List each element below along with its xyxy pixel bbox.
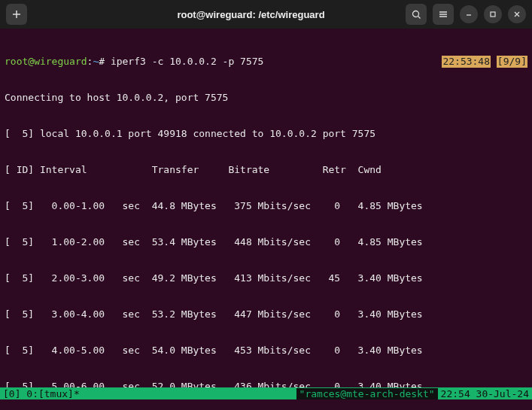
tmux-host: "ramces@mte-arch-deskt" bbox=[296, 388, 438, 399]
output-line: Connecting to host 10.0.0.2, port 7575 bbox=[5, 92, 228, 104]
window-title: root@wireguard: /etc/wireguard bbox=[102, 9, 400, 20]
table-row: [ 5] 0.00-1.00 sec 44.8 MBytes 375 Mbits… bbox=[5, 200, 423, 212]
pane-clock: 22:53:48 bbox=[442, 56, 491, 68]
prompt-user: root@wireguard bbox=[5, 56, 87, 68]
table-header: [ ID] Interval Transfer Bitrate Retr Cwn… bbox=[5, 164, 382, 176]
new-tab-button[interactable] bbox=[6, 4, 27, 25]
tmux-statusbar: [0] 0:[tmux]* "ramces@mte-arch-deskt" 22… bbox=[0, 387, 532, 399]
command-text: iperf3 -c 10.0.0.2 -p 7575 bbox=[111, 56, 264, 68]
table-row: [ 5] 3.00-4.00 sec 53.2 MBytes 447 Mbits… bbox=[5, 308, 423, 320]
prompt-path: ~ bbox=[93, 56, 99, 68]
window-titlebar: root@wireguard: /etc/wireguard bbox=[0, 0, 532, 29]
table-row: [ 5] 2.00-3.00 sec 49.2 MBytes 413 Mbits… bbox=[5, 272, 423, 284]
svg-point-0 bbox=[412, 11, 418, 17]
terminal-pane-top[interactable]: root@wireguard:~# iperf3 -c 10.0.0.2 -p … bbox=[0, 29, 532, 410]
svg-rect-1 bbox=[491, 12, 495, 17]
menu-button[interactable] bbox=[433, 4, 454, 25]
output-line: [ 5] local 10.0.0.1 port 49918 connected… bbox=[5, 128, 375, 140]
minimize-button[interactable] bbox=[460, 5, 478, 23]
tmux-datetime: 22:54 30-Jul-24 bbox=[441, 388, 529, 399]
close-button[interactable] bbox=[508, 5, 526, 23]
search-button[interactable] bbox=[406, 4, 427, 25]
tmux-session-windows[interactable]: [0] 0:[tmux]* bbox=[3, 388, 80, 399]
prompt-colon: : bbox=[87, 56, 93, 68]
pane-history-index: [9/9] bbox=[497, 56, 527, 68]
table-row: [ 5] 1.00-2.00 sec 53.4 MBytes 448 Mbits… bbox=[5, 236, 423, 248]
maximize-button[interactable] bbox=[484, 5, 502, 23]
prompt-sigil: # bbox=[99, 56, 105, 68]
table-row: [ 5] 4.00-5.00 sec 54.0 MBytes 453 Mbits… bbox=[5, 345, 423, 357]
